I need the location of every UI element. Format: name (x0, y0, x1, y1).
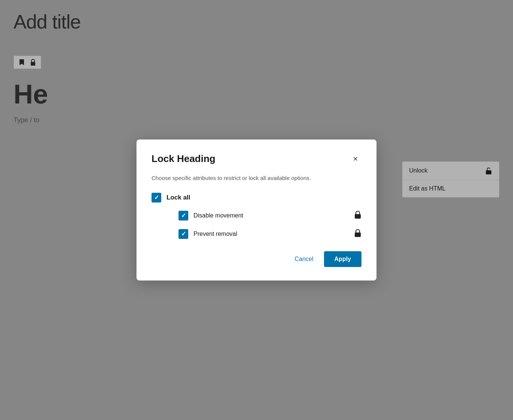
sub-options: ✓ Disable movement ✓ Prevent removal (165, 210, 362, 239)
modal-footer: Cancel Apply (152, 251, 362, 267)
disable-movement-checkbox[interactable]: ✓ (178, 211, 188, 220)
prevent-removal-lock-icon (354, 228, 362, 239)
modal-description: Choose specific attributes to restrict o… (152, 174, 362, 183)
disable-movement-lock-icon (354, 210, 362, 221)
svg-rect-2 (355, 214, 361, 219)
lock-all-checkbox[interactable]: ✓ (152, 193, 161, 202)
check-mark: ✓ (154, 195, 159, 201)
prevent-removal-label: Prevent removal (194, 231, 349, 237)
checkbox-group: ✓ Lock all ✓ Disable movement (152, 193, 362, 239)
disable-movement-label: Disable movement (194, 212, 349, 219)
disable-movement-row: ✓ Disable movement (178, 210, 362, 221)
apply-button[interactable]: Apply (324, 251, 362, 267)
lock-all-label: Lock all (166, 194, 362, 201)
prevent-removal-checkbox[interactable]: ✓ (178, 229, 188, 239)
svg-rect-3 (355, 232, 361, 237)
modal-header: Lock Heading × (152, 153, 362, 165)
modal-overlay: Lock Heading × Choose specific attribute… (0, 0, 513, 420)
lock-all-row: ✓ Lock all (152, 193, 362, 202)
prevent-removal-row: ✓ Prevent removal (178, 228, 362, 239)
cancel-button[interactable]: Cancel (289, 252, 320, 266)
lock-heading-modal: Lock Heading × Choose specific attribute… (136, 140, 376, 281)
check-mark: ✓ (181, 231, 186, 237)
modal-title: Lock Heading (152, 153, 215, 165)
modal-close-button[interactable]: × (350, 153, 362, 165)
check-mark: ✓ (181, 213, 186, 219)
